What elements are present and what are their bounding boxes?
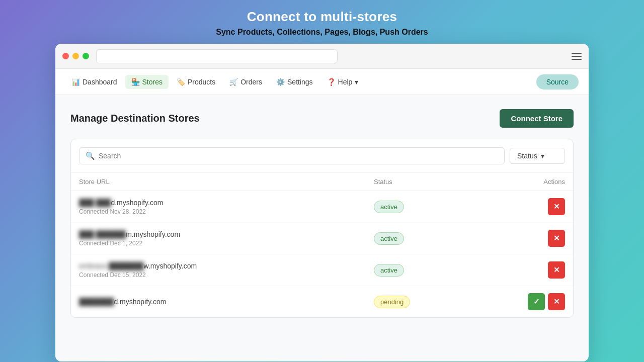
- status-cell: active: [374, 264, 485, 277]
- col-status: Status: [374, 178, 485, 186]
- store-url-blurred: ███████: [79, 298, 114, 306]
- store-connected-date: Connected Dec 15, 2022: [79, 272, 374, 279]
- page-header: Manage Destination Stores Connect Store: [70, 109, 574, 128]
- chevron-down-icon: ▾: [541, 152, 544, 160]
- page-title: Manage Destination Stores: [70, 113, 200, 124]
- actions-cell: ✕: [485, 198, 565, 215]
- help-icon: ❓: [327, 78, 336, 86]
- store-url-blurred: ███ ███: [79, 199, 111, 207]
- app-window: 📊 Dashboard 🏪 Stores 🏷️ Products 🛒 Order…: [55, 44, 589, 361]
- delete-button[interactable]: ✕: [548, 261, 565, 279]
- status-badge: active: [374, 232, 404, 245]
- actions-cell: ✕: [485, 261, 565, 279]
- table-row: ███ ██████m.myshopify.com Connected Dec …: [71, 223, 573, 254]
- dashboard-icon: 📊: [71, 78, 80, 86]
- settings-icon: ⚙️: [276, 78, 285, 86]
- menu-icon[interactable]: [572, 53, 582, 60]
- stores-table-card: 🔍 Status ▾ Store URL Status Actions ███ …: [70, 139, 574, 318]
- status-badge: active: [374, 201, 404, 213]
- delete-button[interactable]: ✕: [548, 230, 565, 247]
- nav-item-orders[interactable]: 🛒 Orders: [223, 75, 268, 89]
- traffic-lights: [62, 53, 89, 59]
- store-url-suffix: w.myshopify.com: [144, 262, 197, 270]
- store-url-cell: ███ ██████m.myshopify.com Connected Dec …: [79, 230, 374, 247]
- delete-button[interactable]: ✕: [548, 293, 565, 310]
- store-connected-date: Connected Dec 1, 2022: [79, 240, 374, 247]
- nav-item-products[interactable]: 🏷️ Products: [171, 75, 221, 89]
- store-connected-date: Connected Nov 28, 2022: [79, 208, 374, 215]
- store-url-blurred: ███ ██████: [79, 230, 126, 238]
- table-row: ███ ███d.myshopify.com Connected Nov 28,…: [71, 191, 573, 223]
- store-url-suffix: d.myshopify.com: [111, 199, 163, 207]
- store-url-blurred: embrace-███████: [79, 262, 144, 270]
- actions-cell: ✓ ✕: [485, 293, 565, 310]
- search-bar-row: 🔍 Status ▾: [71, 139, 573, 173]
- store-url-suffix: m.myshopify.com: [126, 230, 180, 238]
- search-icon: 🔍: [86, 151, 95, 160]
- nav-item-help[interactable]: ❓ Help ▾: [321, 75, 365, 89]
- nav-item-dashboard[interactable]: 📊 Dashboard: [65, 75, 123, 89]
- source-button[interactable]: Source: [536, 74, 579, 89]
- nav-items: 📊 Dashboard 🏪 Stores 🏷️ Products 🛒 Order…: [65, 75, 536, 89]
- search-input[interactable]: [99, 152, 498, 160]
- search-input-wrap: 🔍: [79, 147, 505, 164]
- table-row: embrace-███████w.myshopify.com Connected…: [71, 254, 573, 286]
- hero-title: Connect to multi-stores: [247, 9, 397, 25]
- status-cell: pending: [374, 296, 485, 308]
- url-bar[interactable]: [96, 49, 338, 63]
- store-url-suffix: d.myshopify.com: [114, 298, 166, 306]
- close-button[interactable]: [62, 53, 69, 59]
- status-cell: active: [374, 201, 485, 213]
- orders-icon: 🛒: [229, 78, 238, 86]
- table-row: ███████d.myshopify.com pending ✓ ✕: [71, 286, 573, 317]
- hero-subtitle: Sync Products, Collections, Pages, Blogs…: [216, 28, 428, 37]
- status-cell: active: [374, 232, 485, 245]
- status-badge: pending: [374, 296, 410, 308]
- products-icon: 🏷️: [177, 78, 185, 86]
- delete-button[interactable]: ✕: [548, 198, 565, 215]
- table-header: Store URL Status Actions: [71, 173, 573, 191]
- minimize-button[interactable]: [72, 53, 79, 59]
- actions-cell: ✕: [485, 230, 565, 247]
- maximize-button[interactable]: [83, 53, 89, 59]
- connect-store-button[interactable]: Connect Store: [500, 109, 574, 128]
- store-url-cell: embrace-███████w.myshopify.com Connected…: [79, 262, 374, 279]
- titlebar: [55, 44, 589, 69]
- stores-icon: 🏪: [131, 78, 140, 86]
- chevron-down-icon: ▾: [355, 78, 358, 86]
- approve-button[interactable]: ✓: [528, 293, 545, 310]
- status-badge: active: [374, 264, 404, 277]
- store-url-cell: ███ ███d.myshopify.com Connected Nov 28,…: [79, 199, 374, 215]
- content-area: Manage Destination Stores Connect Store …: [55, 95, 589, 361]
- col-store-url: Store URL: [79, 178, 374, 186]
- nav-item-settings[interactable]: ⚙️ Settings: [270, 75, 319, 89]
- col-actions: Actions: [485, 178, 565, 186]
- store-url-cell: ███████d.myshopify.com: [79, 298, 374, 306]
- nav-item-stores[interactable]: 🏪 Stores: [125, 75, 169, 89]
- status-dropdown[interactable]: Status ▾: [510, 148, 565, 164]
- navbar: 📊 Dashboard 🏪 Stores 🏷️ Products 🛒 Order…: [55, 69, 589, 95]
